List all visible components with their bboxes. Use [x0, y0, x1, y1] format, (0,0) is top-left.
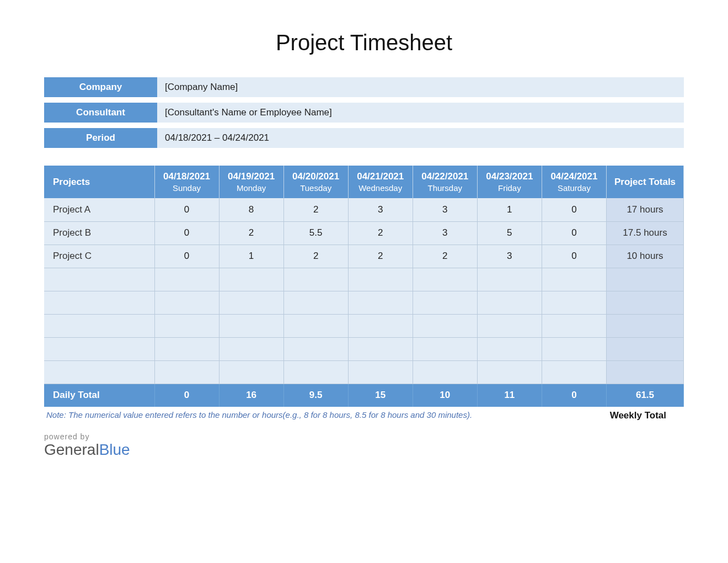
hours-cell[interactable]: 3	[413, 198, 477, 221]
hours-cell[interactable]	[413, 337, 477, 360]
hours-cell[interactable]: 5	[477, 221, 542, 245]
daily-total-cell: 11	[477, 384, 542, 407]
hours-cell[interactable]: 3	[413, 221, 477, 245]
hours-cell[interactable]	[348, 314, 413, 337]
hours-cell[interactable]	[348, 268, 413, 291]
consultant-value[interactable]: [Consultant's Name or Employee Name]	[157, 103, 684, 123]
hours-cell[interactable]: 2	[348, 245, 413, 268]
hours-cell[interactable]	[219, 291, 283, 314]
period-label: Period	[44, 128, 157, 148]
hours-cell[interactable]	[219, 360, 283, 384]
hours-cell[interactable]	[542, 291, 606, 314]
project-name-cell[interactable]	[44, 291, 154, 314]
day-name: Tuesday	[287, 183, 345, 193]
hours-cell[interactable]: 8	[219, 198, 283, 221]
generalblue-logo: GeneralBlue	[44, 441, 684, 459]
hours-cell[interactable]	[477, 360, 542, 384]
hours-cell[interactable]: 1	[477, 198, 542, 221]
hours-cell[interactable]	[542, 314, 606, 337]
hours-cell[interactable]: 0	[154, 221, 219, 245]
project-name-cell[interactable]: Project B	[44, 221, 154, 245]
hours-cell[interactable]	[348, 337, 413, 360]
hours-cell[interactable]	[154, 268, 219, 291]
hours-cell[interactable]	[283, 337, 348, 360]
day-name: Saturday	[545, 183, 603, 193]
hours-cell[interactable]	[219, 314, 283, 337]
project-name-cell[interactable]	[44, 360, 154, 384]
hours-cell[interactable]: 0	[154, 245, 219, 268]
company-row: Company [Company Name]	[44, 77, 684, 97]
project-total-cell	[607, 360, 684, 384]
hours-cell[interactable]	[413, 268, 477, 291]
hours-cell[interactable]	[477, 314, 542, 337]
day-date: 04/23/2021	[481, 171, 538, 182]
hours-cell[interactable]	[542, 360, 606, 384]
consultant-label: Consultant	[44, 103, 157, 123]
hours-cell[interactable]	[154, 360, 219, 384]
hours-cell[interactable]	[154, 291, 219, 314]
hours-cell[interactable]: 0	[542, 198, 606, 221]
hours-cell[interactable]	[154, 314, 219, 337]
hours-cell[interactable]	[542, 268, 606, 291]
hours-cell[interactable]: 3	[348, 198, 413, 221]
day-date: 04/24/2021	[545, 171, 603, 182]
table-row: Project A082331017 hours	[44, 198, 684, 221]
project-name-cell[interactable]	[44, 268, 154, 291]
project-name-cell[interactable]	[44, 337, 154, 360]
project-name-cell[interactable]: Project A	[44, 198, 154, 221]
hours-cell[interactable]	[283, 314, 348, 337]
daily-total-cell: 10	[413, 384, 477, 407]
hours-cell[interactable]	[154, 337, 219, 360]
day-name: Wednesday	[352, 183, 409, 193]
day-header: 04/19/2021Monday	[219, 166, 283, 198]
project-name-cell[interactable]	[44, 314, 154, 337]
hours-cell[interactable]: 0	[542, 245, 606, 268]
hours-cell[interactable]	[542, 337, 606, 360]
hours-cell[interactable]: 2	[283, 198, 348, 221]
project-name-cell[interactable]: Project C	[44, 245, 154, 268]
hours-cell[interactable]	[219, 337, 283, 360]
hours-cell[interactable]	[413, 291, 477, 314]
company-value[interactable]: [Company Name]	[157, 77, 684, 97]
hours-cell[interactable]: 2	[283, 245, 348, 268]
hours-cell[interactable]: 2	[413, 245, 477, 268]
hours-cell[interactable]: 5.5	[283, 221, 348, 245]
hours-cell[interactable]: 1	[219, 245, 283, 268]
day-date: 04/20/2021	[287, 171, 345, 182]
hours-cell[interactable]	[348, 291, 413, 314]
hours-cell[interactable]	[348, 360, 413, 384]
project-total-cell: 10 hours	[607, 245, 684, 268]
daily-total-cell: 0	[154, 384, 219, 407]
brand-name-part2: Blue	[99, 441, 130, 458]
hours-cell[interactable]	[283, 268, 348, 291]
hours-cell[interactable]	[413, 314, 477, 337]
hours-cell[interactable]: 0	[154, 198, 219, 221]
hours-cell[interactable]: 0	[542, 221, 606, 245]
hours-cell[interactable]	[219, 268, 283, 291]
project-total-cell	[607, 268, 684, 291]
totals-header: Project Totals	[607, 166, 684, 198]
hours-cell[interactable]	[477, 337, 542, 360]
day-date: 04/21/2021	[352, 171, 409, 182]
period-value[interactable]: 04/18/2021 – 04/24/2021	[157, 128, 684, 148]
timesheet-table: Projects 04/18/2021Sunday 04/19/2021Mond…	[44, 166, 684, 407]
hours-cell[interactable]: 2	[219, 221, 283, 245]
table-row	[44, 337, 684, 360]
hours-cell[interactable]: 2	[348, 221, 413, 245]
table-row: Project B025.5235017.5 hours	[44, 221, 684, 245]
note-text: Note: The numerical value entered refers…	[46, 410, 472, 419]
hours-cell[interactable]	[413, 360, 477, 384]
hours-cell[interactable]	[477, 268, 542, 291]
hours-cell[interactable]: 3	[477, 245, 542, 268]
day-header: 04/24/2021Saturday	[542, 166, 606, 198]
hours-cell[interactable]	[283, 291, 348, 314]
daily-total-cell: 16	[219, 384, 283, 407]
day-date: 04/22/2021	[416, 171, 474, 182]
day-header: 04/20/2021Tuesday	[283, 166, 348, 198]
day-name: Sunday	[158, 183, 216, 193]
hours-cell[interactable]	[477, 291, 542, 314]
hours-cell[interactable]	[283, 360, 348, 384]
table-row	[44, 291, 684, 314]
period-row: Period 04/18/2021 – 04/24/2021	[44, 128, 684, 148]
day-header: 04/18/2021Sunday	[154, 166, 219, 198]
